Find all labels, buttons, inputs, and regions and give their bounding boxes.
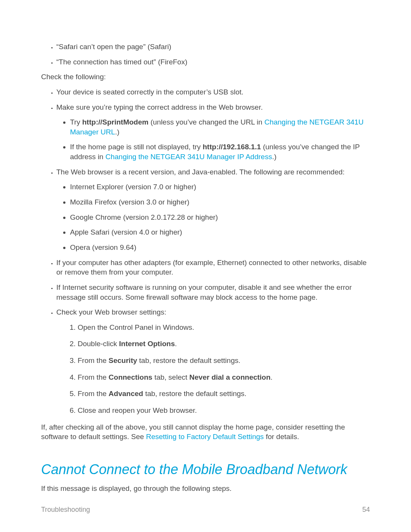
final-paragraph: If, after checking all of the above, you…	[41, 422, 370, 442]
link-factory-reset[interactable]: Resetting to Factory Default Settings	[146, 433, 264, 441]
check-adapters: If your computer has other adapters (for…	[56, 258, 370, 277]
text: .)	[115, 128, 119, 136]
section-heading-cannot-connect: Cannot Connect to the Mobile Broadband N…	[41, 462, 370, 478]
browser-safari: Apple Safari (version 4.0 or higher)	[70, 227, 370, 237]
settings-steps: Open the Control Panel in Windows. Doubl…	[56, 323, 370, 415]
check-address-text: Make sure you’re typing the correct addr…	[56, 103, 263, 111]
check-address: Make sure you’re typing the correct addr…	[56, 102, 370, 162]
try-sprintmodem: Try http://SprintModem (unless you’ve ch…	[70, 117, 370, 137]
try-ip: If the home page is still not displayed,…	[70, 142, 370, 161]
url-bold: http://SprintModem	[82, 118, 148, 126]
footer-page-number: 54	[362, 506, 370, 514]
step-internet-options: Double-click Internet Options.	[78, 339, 370, 349]
section-intro: If this message is displayed, go through…	[41, 484, 370, 494]
browser-list: Internet Explorer (version 7.0 or higher…	[56, 182, 370, 252]
check-security-software: If Internet security software is running…	[56, 283, 370, 302]
browser-ie: Internet Explorer (version 7.0 or higher…	[70, 182, 370, 192]
browser-firefox: Mozilla Firefox (version 3.0 or higher)	[70, 197, 370, 207]
bold: Advanced	[108, 390, 143, 398]
browser-opera: Opera (version 9.64)	[70, 243, 370, 252]
text: for details.	[264, 433, 299, 441]
step-open-control-panel: Open the Control Panel in Windows.	[78, 323, 370, 332]
text: Double-click	[78, 340, 119, 348]
text: .	[175, 340, 177, 348]
check-device-seated: Your device is seated correctly in the c…	[56, 87, 370, 97]
check-intro: Check the following:	[41, 72, 370, 82]
bold: Security	[108, 356, 137, 364]
text: From the	[78, 390, 108, 398]
text: If the home page is still not displayed,…	[70, 143, 203, 151]
page-footer: Troubleshooting 54	[41, 506, 370, 514]
error-message-list: “Safari can’t open the page” (Safari) “T…	[41, 42, 370, 67]
url-bold: http://192.168.1.1	[203, 143, 261, 151]
text: tab, restore the default settings.	[137, 356, 240, 364]
error-msg-firefox: “The connection has timed out” (FireFox)	[56, 57, 370, 67]
check-address-sublist: Try http://SprintModem (unless you’ve ch…	[56, 117, 370, 162]
document-page: “Safari can’t open the page” (Safari) “T…	[0, 0, 411, 532]
text: Try	[70, 118, 82, 126]
step-advanced-tab: From the Advanced tab, restore the defau…	[78, 389, 370, 399]
text: From the	[78, 373, 108, 381]
check-browser-version: The Web browser is a recent version, and…	[56, 167, 370, 252]
check-browser-settings: Check your Web browser settings: Open th…	[56, 307, 370, 415]
link-change-ip[interactable]: Changing the NETGEAR 341U Manager IP Add…	[105, 153, 272, 161]
text: tab, select	[152, 373, 189, 381]
step-security-tab: From the Security tab, restore the defau…	[78, 356, 370, 366]
bold: Internet Options	[119, 340, 175, 348]
check-browser-settings-text: Check your Web browser settings:	[56, 308, 166, 316]
footer-section-name: Troubleshooting	[41, 506, 90, 514]
text: From the	[78, 356, 108, 364]
error-msg-safari: “Safari can’t open the page” (Safari)	[56, 42, 370, 52]
step-connections-tab: From the Connections tab, select Never d…	[78, 372, 370, 382]
browser-chrome: Google Chrome (version 2.0.172.28 or hig…	[70, 212, 370, 222]
text: tab, restore the default settings.	[143, 390, 246, 398]
text: .)	[272, 153, 277, 161]
text: (unless you’ve changed the URL in	[148, 118, 264, 126]
text: .	[271, 373, 272, 381]
bold: Never dial a connection	[190, 373, 271, 381]
step-close-reopen: Close and reopen your Web browser.	[78, 406, 370, 415]
check-browser-text: The Web browser is a recent version, and…	[56, 168, 345, 176]
bold: Connections	[108, 373, 152, 381]
troubleshoot-list: Your device is seated correctly in the c…	[41, 87, 370, 415]
